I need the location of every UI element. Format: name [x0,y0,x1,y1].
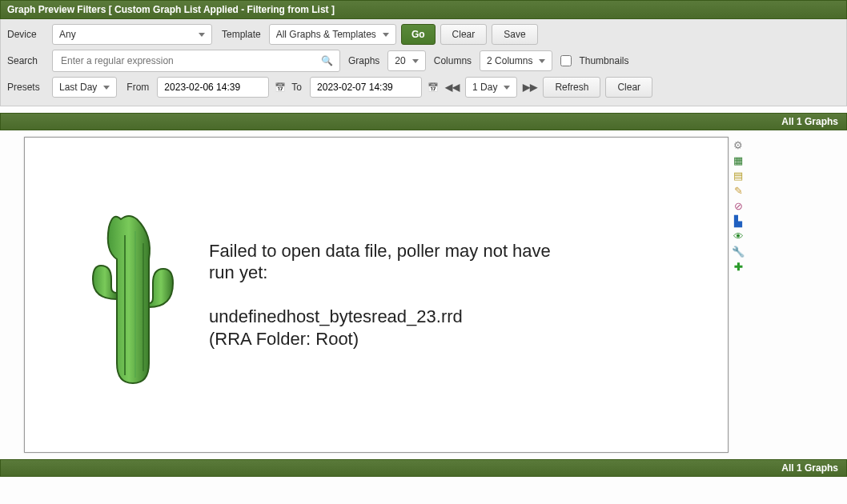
graphs-select[interactable]: 20 [387,50,425,71]
csv-export-icon[interactable]: ▦ [732,154,745,166]
chevron-down-icon [504,86,510,90]
shift-left-button[interactable]: ◀◀ [444,79,460,95]
page-title: Graph Preview Filters [ Custom Graph Lis… [7,4,335,15]
device-label: Device [7,29,47,40]
thumbnails-label: Thumbnails [579,55,628,66]
page-icon[interactable]: ▤ [732,169,745,182]
graphs-value: 20 [395,55,405,66]
eye-icon[interactable]: 👁 [732,230,745,242]
chevron-down-icon [199,33,205,37]
error-line2: undefinedhost_bytesread_23.rrd [209,306,569,328]
results-count-bottom: All 1 Graphs [781,462,838,474]
filter-row-2: Search 🔍 Graphs 20 Columns 2 Columns Thu… [7,50,840,72]
calendar-icon[interactable] [427,81,440,94]
search-icon[interactable]: 🔍 [321,55,333,66]
results-bar-bottom: All 1 Graphs [0,459,847,477]
calendar-icon[interactable] [274,81,287,94]
graph-action-icons: ⚙ ▦ ▤ ✎ ⊘ ▙ 👁 🔧 ✚ [732,137,745,273]
save-button[interactable]: Save [492,24,537,45]
clear-time-button[interactable]: Clear [605,77,652,98]
shift-right-button[interactable]: ▶▶ [522,79,538,95]
presets-select[interactable]: Last Day [52,77,117,98]
presets-label: Presets [7,82,47,93]
from-input[interactable] [157,77,269,98]
device-value: Any [59,29,76,40]
add-icon[interactable]: ✚ [732,260,745,273]
filter-panel: Device Any Template All Graphs & Templat… [0,19,847,106]
device-select[interactable]: Any [52,24,212,45]
results-bar-top: All 1 Graphs [0,113,847,130]
wrench-icon[interactable]: 🔧 [732,245,745,258]
filter-row-3: Presets Last Day From To ◀◀ 1 Day ▶▶ Ref… [7,77,840,98]
results-count: All 1 Graphs [781,116,838,127]
chevron-down-icon [103,86,110,90]
error-line1: Failed to open data file, poller may not… [209,240,569,284]
chevron-down-icon [539,59,545,63]
timespan-select[interactable]: 1 Day [465,77,517,98]
thumbnails-checkbox[interactable] [560,55,572,66]
from-label: From [126,82,152,93]
columns-value: 2 Columns [487,55,532,66]
gear-icon[interactable]: ⚙ [732,138,745,151]
chevron-down-icon [383,33,389,37]
edit-icon[interactable]: ✎ [732,184,745,197]
go-button[interactable]: Go [401,24,436,45]
graph-error-text: Failed to open data file, poller may not… [209,240,569,350]
error-line3: (RRA Folder: Root) [209,328,569,350]
graphs-label: Graphs [348,55,383,66]
graph-panel: Failed to open data file, poller may not… [24,137,729,453]
columns-label: Columns [434,55,475,66]
clear-button[interactable]: Clear [440,24,488,45]
to-input[interactable] [310,77,422,98]
template-select[interactable]: All Graphs & Templates [269,24,396,45]
search-input[interactable] [59,54,283,67]
chart-icon[interactable]: ▙ [732,214,745,227]
zoom-icon[interactable]: ⊘ [732,199,745,212]
template-value: All Graphs & Templates [276,29,376,40]
cactus-icon [73,203,185,387]
search-label: Search [7,55,47,66]
columns-select[interactable]: 2 Columns [480,50,552,71]
search-wrapper: 🔍 [52,50,340,72]
page-title-bar: Graph Preview Filters [ Custom Graph Lis… [0,0,847,19]
to-label: To [291,82,305,93]
refresh-button[interactable]: Refresh [543,77,600,98]
graph-area: Failed to open data file, poller may not… [0,130,847,453]
timespan-value: 1 Day [472,82,497,93]
chevron-down-icon [412,59,419,63]
template-label: Template [222,29,264,40]
presets-value: Last Day [59,82,97,93]
filter-row-1: Device Any Template All Graphs & Templat… [7,24,840,45]
